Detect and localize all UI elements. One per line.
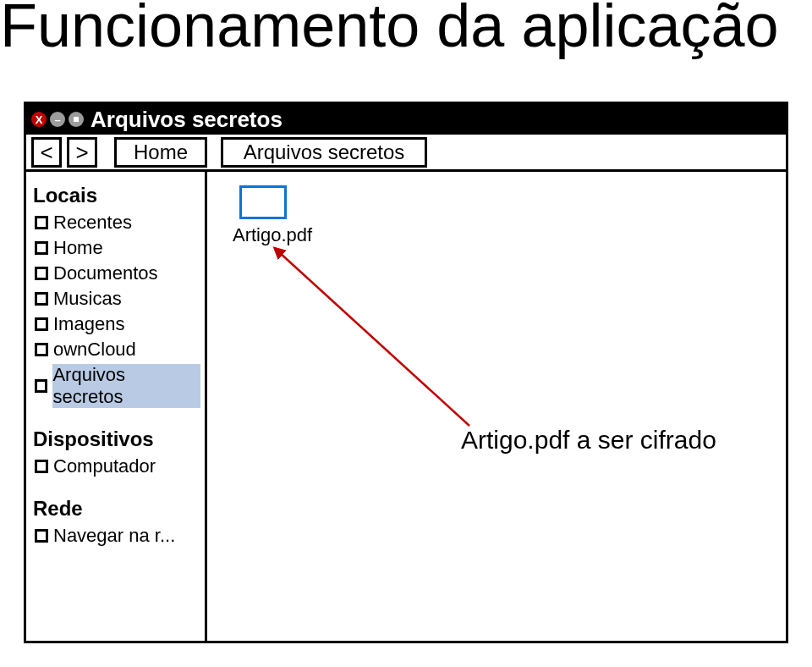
svg-line-0 [279, 252, 469, 426]
file-item-artigo[interactable]: Artigo.pdf [233, 185, 334, 246]
annotation-label: Artigo.pdf a ser cifrado [461, 426, 716, 455]
checkbox-icon [35, 379, 47, 393]
sidebar: Locais Recentes Home Documentos [26, 172, 207, 641]
sidebar-item-computador[interactable]: Computador [33, 455, 202, 478]
sidebar-item-label: Computador [53, 455, 156, 477]
sidebar-header: Dispositivos [33, 427, 205, 451]
sidebar-item-imagens[interactable]: Imagens [33, 312, 202, 336]
sidebar-section-rede: Rede Navegar na r... [33, 497, 205, 548]
file-icon [239, 185, 287, 219]
sidebar-item-label: Home [53, 237, 103, 259]
checkbox-icon [35, 216, 48, 229]
checkbox-icon [35, 529, 48, 543]
sidebar-item-navegar-rede[interactable]: Navegar na r... [33, 524, 202, 548]
sidebar-item-label: ownCloud [53, 339, 136, 361]
sidebar-item-label: Documentos [53, 262, 158, 284]
sidebar-item-documentos[interactable]: Documentos [33, 262, 202, 285]
forward-button[interactable]: > [67, 137, 97, 168]
sidebar-item-recentes[interactable]: Recentes [33, 211, 202, 234]
sidebar-item-owncloud[interactable]: ownCloud [33, 338, 202, 361]
content-area: Artigo.pdf Artigo.pdf a ser cifrado [207, 172, 786, 641]
sidebar-section-dispositivos: Dispositivos Computador [33, 427, 205, 478]
breadcrumb-root[interactable]: Home [114, 137, 207, 168]
close-icon[interactable]: X [31, 112, 47, 127]
file-manager-window: X – Arquivos secretos < > Home Arquivos … [24, 102, 788, 643]
sidebar-item-label: Recentes [53, 212, 132, 234]
checkbox-icon [35, 241, 48, 255]
sidebar-header: Rede [33, 497, 205, 521]
sidebar-item-label: Musicas [53, 288, 122, 310]
checkbox-icon [35, 317, 48, 331]
checkbox-icon [35, 292, 48, 306]
sidebar-item-label: Imagens [53, 313, 124, 335]
sidebar-header: Locais [33, 184, 205, 207]
sidebar-item-label: Navegar na r... [53, 525, 175, 547]
file-name: Artigo.pdf [233, 224, 334, 246]
page-title: Funcionamento da aplicação [0, 0, 779, 56]
maximize-icon[interactable] [69, 112, 84, 127]
back-button[interactable]: < [31, 137, 62, 168]
toolbar: < > Home Arquivos secretos [26, 135, 786, 172]
breadcrumb-current[interactable]: Arquivos secretos [221, 137, 427, 168]
minimize-icon[interactable]: – [50, 112, 65, 127]
sidebar-item-label: Arquivos secretos [52, 364, 200, 408]
window-body: Locais Recentes Home Documentos [26, 172, 786, 641]
checkbox-icon [35, 267, 48, 280]
window-title: Arquivos secretos [91, 107, 283, 133]
sidebar-section-locais: Locais Recentes Home Documentos [33, 184, 205, 409]
checkbox-icon [35, 343, 48, 356]
title-bar: X – Arquivos secretos [26, 104, 786, 135]
window-controls: X – [31, 112, 84, 127]
sidebar-item-musicas[interactable]: Musicas [33, 287, 202, 311]
checkbox-icon [35, 460, 48, 473]
sidebar-item-arquivos-secretos[interactable]: Arquivos secretos [33, 363, 202, 409]
sidebar-item-home[interactable]: Home [33, 236, 202, 260]
